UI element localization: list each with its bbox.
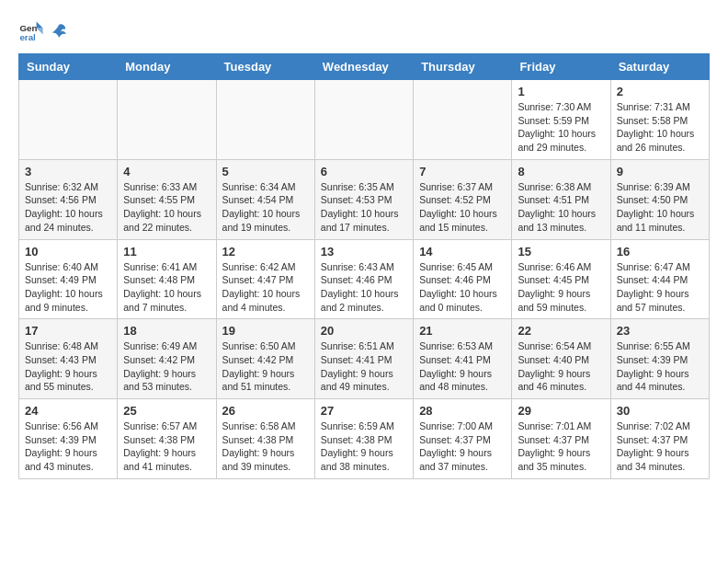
day-info: Sunrise: 6:33 AM Sunset: 4:55 PM Dayligh… (123, 180, 210, 235)
calendar-week-row: 24Sunrise: 6:56 AM Sunset: 4:39 PM Dayli… (19, 399, 710, 479)
calendar-cell: 19Sunrise: 6:50 AM Sunset: 4:42 PM Dayli… (216, 319, 314, 399)
day-info: Sunrise: 6:42 AM Sunset: 4:47 PM Dayligh… (222, 260, 309, 315)
day-info: Sunrise: 6:51 AM Sunset: 4:41 PM Dayligh… (321, 339, 407, 394)
day-number: 24 (25, 404, 111, 418)
calendar-cell: 25Sunrise: 6:57 AM Sunset: 4:38 PM Dayli… (118, 399, 216, 479)
day-info: Sunrise: 6:45 AM Sunset: 4:46 PM Dayligh… (419, 260, 506, 315)
day-number: 18 (123, 324, 210, 338)
calendar-cell (19, 80, 118, 160)
day-number: 11 (123, 245, 210, 259)
calendar-cell: 21Sunrise: 6:53 AM Sunset: 4:41 PM Dayli… (414, 319, 512, 399)
logo-icon: Gen eral (18, 18, 44, 44)
calendar-week-row: 10Sunrise: 6:40 AM Sunset: 4:49 PM Dayli… (19, 239, 710, 319)
header: Gen eral (18, 18, 710, 44)
day-info: Sunrise: 6:54 AM Sunset: 4:40 PM Dayligh… (518, 339, 604, 394)
logo: Gen eral (18, 18, 70, 44)
day-number: 16 (617, 245, 703, 259)
calendar-cell: 8Sunrise: 6:38 AM Sunset: 4:51 PM Daylig… (512, 159, 610, 239)
calendar-cell: 3Sunrise: 6:32 AM Sunset: 4:56 PM Daylig… (19, 159, 118, 239)
day-info: Sunrise: 6:48 AM Sunset: 4:43 PM Dayligh… (25, 339, 111, 394)
day-info: Sunrise: 6:57 AM Sunset: 4:38 PM Dayligh… (123, 419, 210, 474)
calendar-header-row: SundayMondayTuesdayWednesdayThursdayFrid… (19, 54, 710, 80)
day-info: Sunrise: 6:39 AM Sunset: 4:50 PM Dayligh… (617, 180, 703, 235)
day-number: 21 (419, 324, 506, 338)
day-info: Sunrise: 6:59 AM Sunset: 4:38 PM Dayligh… (321, 419, 407, 474)
day-number: 4 (123, 165, 210, 178)
calendar-cell: 11Sunrise: 6:41 AM Sunset: 4:48 PM Dayli… (118, 239, 216, 319)
day-number: 12 (222, 245, 309, 259)
column-header-sunday: Sunday (19, 54, 118, 80)
day-number: 29 (518, 404, 604, 418)
logo-bird-icon (49, 21, 69, 41)
calendar-week-row: 1Sunrise: 7:30 AM Sunset: 5:59 PM Daylig… (19, 80, 710, 160)
calendar-cell: 18Sunrise: 6:49 AM Sunset: 4:42 PM Dayli… (118, 319, 216, 399)
day-number: 1 (518, 85, 604, 98)
calendar-cell: 1Sunrise: 7:30 AM Sunset: 5:59 PM Daylig… (512, 80, 610, 160)
day-number: 22 (518, 324, 604, 338)
calendar-cell: 17Sunrise: 6:48 AM Sunset: 4:43 PM Dayli… (19, 319, 118, 399)
calendar-cell: 20Sunrise: 6:51 AM Sunset: 4:41 PM Dayli… (314, 319, 413, 399)
day-info: Sunrise: 7:30 AM Sunset: 5:59 PM Dayligh… (518, 100, 604, 155)
day-number: 28 (419, 404, 506, 418)
day-number: 23 (617, 324, 703, 338)
calendar-cell: 4Sunrise: 6:33 AM Sunset: 4:55 PM Daylig… (118, 159, 216, 239)
day-info: Sunrise: 6:47 AM Sunset: 4:44 PM Dayligh… (617, 260, 703, 315)
day-number: 3 (25, 165, 111, 178)
day-number: 20 (321, 324, 407, 338)
calendar-table: SundayMondayTuesdayWednesdayThursdayFrid… (18, 53, 710, 479)
day-number: 5 (222, 165, 309, 178)
day-info: Sunrise: 6:46 AM Sunset: 4:45 PM Dayligh… (518, 260, 604, 315)
calendar-cell: 6Sunrise: 6:35 AM Sunset: 4:53 PM Daylig… (314, 159, 413, 239)
calendar-cell: 7Sunrise: 6:37 AM Sunset: 4:52 PM Daylig… (414, 159, 512, 239)
calendar-cell: 2Sunrise: 7:31 AM Sunset: 5:58 PM Daylig… (610, 80, 709, 160)
day-number: 10 (25, 245, 111, 259)
day-number: 15 (518, 245, 604, 259)
day-number: 9 (617, 165, 703, 178)
day-number: 13 (321, 245, 407, 259)
calendar-cell: 23Sunrise: 6:55 AM Sunset: 4:39 PM Dayli… (610, 319, 709, 399)
column-header-thursday: Thursday (414, 54, 512, 80)
column-header-saturday: Saturday (610, 54, 709, 80)
day-info: Sunrise: 6:40 AM Sunset: 4:49 PM Dayligh… (25, 260, 111, 315)
day-number: 8 (518, 165, 604, 178)
column-header-wednesday: Wednesday (314, 54, 413, 80)
calendar-cell (118, 80, 216, 160)
calendar-cell: 16Sunrise: 6:47 AM Sunset: 4:44 PM Dayli… (610, 239, 709, 319)
day-number: 26 (222, 404, 309, 418)
calendar-cell: 5Sunrise: 6:34 AM Sunset: 4:54 PM Daylig… (216, 159, 314, 239)
day-info: Sunrise: 7:01 AM Sunset: 4:37 PM Dayligh… (518, 419, 604, 474)
day-number: 19 (222, 324, 309, 338)
svg-marker-2 (37, 22, 43, 29)
day-info: Sunrise: 6:37 AM Sunset: 4:52 PM Dayligh… (419, 180, 506, 235)
calendar-week-row: 3Sunrise: 6:32 AM Sunset: 4:56 PM Daylig… (19, 159, 710, 239)
day-info: Sunrise: 6:50 AM Sunset: 4:42 PM Dayligh… (222, 339, 309, 394)
day-number: 27 (321, 404, 407, 418)
day-info: Sunrise: 6:55 AM Sunset: 4:39 PM Dayligh… (617, 339, 703, 394)
day-info: Sunrise: 6:34 AM Sunset: 4:54 PM Dayligh… (222, 180, 309, 235)
calendar-cell (314, 80, 413, 160)
calendar-cell (414, 80, 512, 160)
day-info: Sunrise: 6:43 AM Sunset: 4:46 PM Dayligh… (321, 260, 407, 315)
day-number: 6 (321, 165, 407, 178)
calendar-cell: 27Sunrise: 6:59 AM Sunset: 4:38 PM Dayli… (314, 399, 413, 479)
calendar-cell: 9Sunrise: 6:39 AM Sunset: 4:50 PM Daylig… (610, 159, 709, 239)
day-info: Sunrise: 7:00 AM Sunset: 4:37 PM Dayligh… (419, 419, 506, 474)
calendar-cell: 10Sunrise: 6:40 AM Sunset: 4:49 PM Dayli… (19, 239, 118, 319)
day-info: Sunrise: 6:38 AM Sunset: 4:51 PM Dayligh… (518, 180, 604, 235)
calendar-cell: 28Sunrise: 7:00 AM Sunset: 4:37 PM Dayli… (414, 399, 512, 479)
column-header-friday: Friday (512, 54, 610, 80)
day-number: 14 (419, 245, 506, 259)
calendar-cell: 12Sunrise: 6:42 AM Sunset: 4:47 PM Dayli… (216, 239, 314, 319)
svg-text:eral: eral (19, 32, 36, 42)
calendar-cell: 13Sunrise: 6:43 AM Sunset: 4:46 PM Dayli… (314, 239, 413, 319)
day-info: Sunrise: 6:35 AM Sunset: 4:53 PM Dayligh… (321, 180, 407, 235)
day-number: 30 (617, 404, 703, 418)
day-info: Sunrise: 6:58 AM Sunset: 4:38 PM Dayligh… (222, 419, 309, 474)
day-info: Sunrise: 6:41 AM Sunset: 4:48 PM Dayligh… (123, 260, 210, 315)
day-number: 7 (419, 165, 506, 178)
svg-marker-3 (37, 29, 43, 35)
calendar-cell: 30Sunrise: 7:02 AM Sunset: 4:37 PM Dayli… (610, 399, 709, 479)
calendar-cell: 26Sunrise: 6:58 AM Sunset: 4:38 PM Dayli… (216, 399, 314, 479)
calendar-cell: 22Sunrise: 6:54 AM Sunset: 4:40 PM Dayli… (512, 319, 610, 399)
day-number: 17 (25, 324, 111, 338)
